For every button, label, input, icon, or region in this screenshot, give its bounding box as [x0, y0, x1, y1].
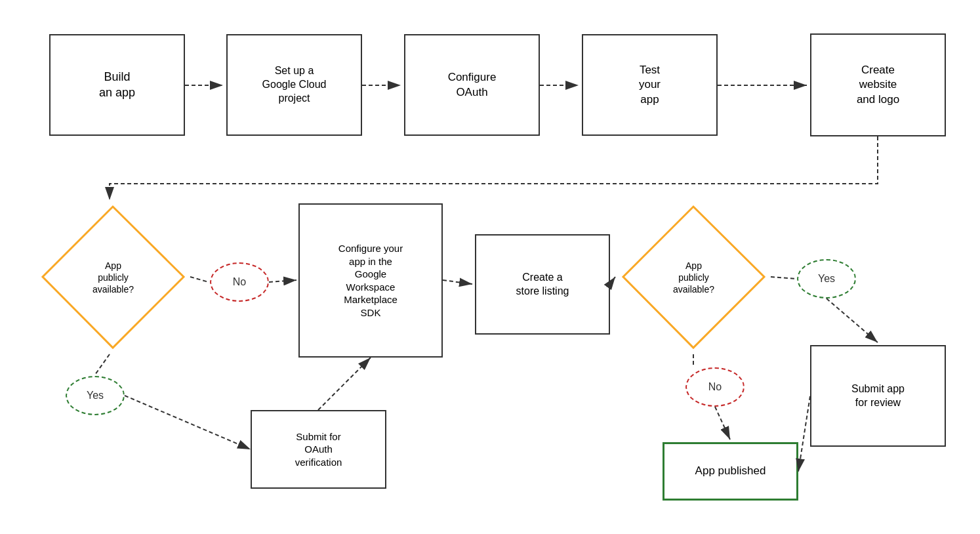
app-published-box: App published — [663, 442, 798, 501]
submit-review-box: Submit app for review — [810, 345, 946, 447]
app-public-left-label: Apppubliclyavailable? — [92, 259, 134, 295]
create-website-label: Create website and logo — [857, 63, 899, 106]
create-store-box: Create a store listing — [475, 234, 610, 335]
test-app-label: Test your app — [639, 63, 661, 106]
submit-review-label: Submit app for review — [851, 382, 905, 410]
svg-line-15 — [715, 407, 730, 440]
build-app-label: Build an app — [99, 70, 135, 100]
no-left-oval: No — [210, 262, 269, 302]
create-store-label: Create a store listing — [516, 271, 569, 298]
create-website-box: Create website and logo — [810, 33, 946, 136]
app-public-left-diamond: Apppubliclyavailable? — [36, 200, 190, 354]
svg-line-8 — [190, 277, 209, 282]
svg-line-16 — [95, 354, 110, 375]
build-app-box: Build an app — [49, 34, 185, 136]
svg-line-9 — [269, 280, 296, 282]
configure-oauth-box: Configure OAuth — [404, 34, 540, 136]
configure-oauth-label: Configure OAuth — [448, 70, 497, 99]
setup-google-label: Set up a Google Cloud project — [262, 64, 327, 105]
configure-workspace-label: Configure your app in the Google Workspa… — [338, 242, 403, 319]
svg-line-12 — [771, 277, 796, 279]
svg-line-11 — [610, 277, 615, 284]
yes-left-oval: Yes — [66, 376, 125, 415]
no-right-oval: No — [685, 367, 745, 407]
yes-right-oval: Yes — [797, 259, 856, 298]
svg-line-10 — [443, 280, 472, 284]
app-public-right-label: Apppubliclyavailable? — [673, 259, 714, 295]
app-published-label: App published — [695, 464, 766, 478]
submit-oauth-box: Submit for OAuth verification — [251, 410, 386, 489]
flowchart-diagram: Build an app Set up a Google Cloud proje… — [0, 0, 980, 534]
app-public-right-diamond: Apppubliclyavailable? — [617, 200, 771, 354]
test-app-box: Test your app — [582, 34, 718, 136]
configure-workspace-box: Configure your app in the Google Workspa… — [298, 203, 443, 358]
svg-line-13 — [827, 298, 878, 342]
svg-line-17 — [318, 358, 371, 410]
setup-google-box: Set up a Google Cloud project — [226, 34, 362, 136]
submit-oauth-label: Submit for OAuth verification — [295, 430, 342, 469]
